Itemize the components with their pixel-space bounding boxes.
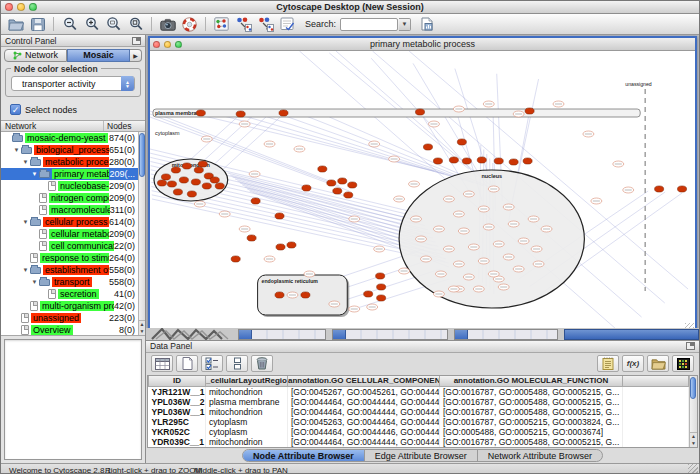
cell[interactable]: YDR039C__1 [149,437,206,447]
open-session-button[interactable] [5,15,26,33]
unselect-all-attributes-button[interactable] [176,355,198,372]
cell[interactable]: YPL036W__2 [149,397,206,407]
function-builder-button[interactable]: f(x) [622,355,644,372]
table-row-ypl036w-1[interactable]: YPL036W__1mitochondrion[GO:0044464, GO:0… [149,407,689,417]
tree-item-metabolic-process[interactable]: ▼metabolic process280(0) [1,156,138,168]
tree-item-secretion[interactable]: secretion41(0) [1,288,138,300]
annotation-button[interactable] [277,15,298,33]
cell[interactable] [623,427,689,437]
cell[interactable] [623,437,689,447]
select-attributes-button[interactable] [201,355,223,372]
network-view-window[interactable]: primary metabolic process plasma membran… [148,36,697,336]
tree-scrollbar-arrows[interactable]: ▲▼ [139,320,145,335]
background-window[interactable] [454,329,558,340]
column-header-annotation-go-molecular-function[interactable]: annotation.GO MOLECULAR_FUNCTION [440,376,623,387]
table-row-ypl036w-2[interactable]: YPL036W__2plasma membrane[GO:0044464, GO… [149,397,689,407]
cell[interactable]: YJR121W__1 [149,387,206,398]
tab-network[interactable]: Network [4,49,67,62]
resize-grip-icon[interactable] [688,464,698,474]
network-graph[interactable]: plasma membranecytoplasmmitochondrionnuc… [150,51,695,333]
node-color-dropdown[interactable]: transporter activity ▲▼ [11,76,135,91]
cell[interactable] [623,387,689,398]
cell[interactable]: [GO:0044464, GO:0044444, GO:0044425, G..… [288,397,440,407]
cell[interactable]: mitochondrion [206,407,288,417]
tree-item-macromolecule[interactable]: macromolecule311(0) [1,204,138,216]
tree-item-establishment-of-lo[interactable]: ▼establishment of lo558(0) [1,264,138,276]
tab-node-attribute-browser[interactable]: Node Attribute Browser [243,450,365,461]
heatmap-button[interactable] [672,355,694,372]
cell[interactable]: [GO:0016787, GO:0005488, GO:0005215, G..… [440,387,623,398]
background-window[interactable] [332,329,448,340]
expand-arrow-icon[interactable]: ▼ [21,267,30,273]
tree-item-multi-organism-pro[interactable]: multi-organism pro42(0) [1,300,138,312]
expand-arrow-icon[interactable]: ▼ [30,279,39,285]
expand-arrow-icon[interactable]: ▼ [30,171,39,177]
background-window-art[interactable] [150,328,240,340]
network-overview-button[interactable] [211,15,232,33]
cell[interactable]: cytoplasm [206,417,288,427]
cell[interactable] [623,397,689,407]
table-scrollbar[interactable]: ▲▼ [689,376,697,448]
tree-item-transport[interactable]: ▼transport558(0) [1,276,138,288]
help-button[interactable] [179,15,200,33]
tree-item-response-to-stimulu[interactable]: response to stimulu264(0) [1,252,138,264]
float-panel-icon[interactable] [132,37,141,45]
search-dropdown-button[interactable]: ▼ [399,18,411,31]
tree-item-primary-metabo[interactable]: ▼primary metabo209(... [1,168,138,180]
tree-item-nucleobase[interactable]: nucleobase-209(0) [1,180,138,192]
cell[interactable]: cytoplasm [206,427,288,437]
zoom-in-button[interactable] [81,15,102,33]
network-window-titlebar[interactable]: primary metabolic process [150,38,695,51]
search-input[interactable] [340,18,398,31]
delete-attribute-button[interactable] [251,355,273,372]
select-first-neighbors-button[interactable] [233,15,254,33]
expand-arrow-icon[interactable]: ▼ [12,147,21,153]
table-row-ykr052c[interactable]: YKR052Ccytoplasm[GO:0044464, GO:0044446,… [149,427,689,437]
table-row-ydr039c-1[interactable]: YDR039C__1mitochondrion[GO:0044464, GO:0… [149,437,689,447]
table-scrollbar-thumb[interactable] [690,377,696,399]
new-network-button[interactable] [416,15,437,33]
attribute-modifier-button[interactable] [226,355,248,372]
background-window[interactable] [238,329,326,340]
expand-arrow-icon[interactable]: ▼ [21,159,30,165]
tree-item-unassigned[interactable]: unassigned223(0) [1,312,138,324]
cell[interactable]: [GO:0044464, GO:0044444, GO:0044425, G..… [288,407,440,417]
cell[interactable]: [GO:0044464, GO:0044444, GO:0044425, G..… [288,437,440,447]
cell[interactable]: [GO:0016787, GO:0005488, GO:0005215, G..… [440,397,623,407]
cell[interactable] [623,407,689,417]
select-nodes-checkbox[interactable]: ✓ [10,104,21,115]
import-attributes-button[interactable] [647,355,669,372]
table-row-ylr295c[interactable]: YLR295Ccytoplasm[GO:0045263, GO:0044464,… [149,417,689,427]
cell[interactable]: [GO:0044464, GO:0044446, GO:0044444, G..… [288,427,440,437]
cell[interactable]: [GO:0045267, GO:0045261, GO:0044464, G..… [288,387,440,398]
column-header-annotation-go-cellular-component[interactable]: annotation.GO CELLULAR_COMPONENT [288,376,440,387]
copy-view-button[interactable] [255,15,276,33]
cell[interactable]: [GO:0016787, GO:0005488, GO:0005215, G..… [440,407,623,417]
tree-item-biological-process[interactable]: ▼biological_process651(0) [1,144,138,156]
tree-scrollbar[interactable]: ▲▼ [138,132,145,335]
snapshot-button[interactable] [157,15,178,33]
cell[interactable]: [GO:0045263, GO:0044464, GO:0044455, G..… [288,417,440,427]
tree-item-cell-communicat[interactable]: cell communicat22(0) [1,240,138,252]
cell[interactable]: YLR295C [149,417,206,427]
cell[interactable]: mitochondrion [206,387,288,398]
tree-item-cellular-metabo[interactable]: cellular metabo209(0) [1,228,138,240]
cell[interactable]: [GO:0005488, GO:0005215, GO:0003674] [440,427,623,437]
cell[interactable]: YPL036W__1 [149,407,206,417]
tree-item-nitrogen-compo[interactable]: nitrogen compo209(0) [1,192,138,204]
background-window[interactable] [564,329,699,340]
table-row-yjr121w-1[interactable]: YJR121W__1mitochondrion[GO:0045267, GO:0… [149,387,689,398]
save-session-button[interactable] [27,15,48,33]
zoom-fit-button[interactable] [103,15,124,33]
zoom-out-button[interactable] [59,15,80,33]
tab-network-attribute-browser[interactable]: Network Attribute Browser [478,450,602,461]
tab-mosaic[interactable]: Mosaic [67,49,130,62]
notes-button[interactable] [597,355,619,372]
tab-scroll-right-button[interactable]: ▶ [130,49,142,62]
cell[interactable]: mitochondrion [206,437,288,447]
zoom-selected-button[interactable] [125,15,146,33]
cell[interactable]: plasma membrane [206,397,288,407]
cell[interactable] [623,417,689,427]
tree-header-network[interactable]: Network [1,121,103,131]
tree-item-mosaic-demo-yeast[interactable]: mosaic-demo-yeast874(0) [1,132,138,144]
